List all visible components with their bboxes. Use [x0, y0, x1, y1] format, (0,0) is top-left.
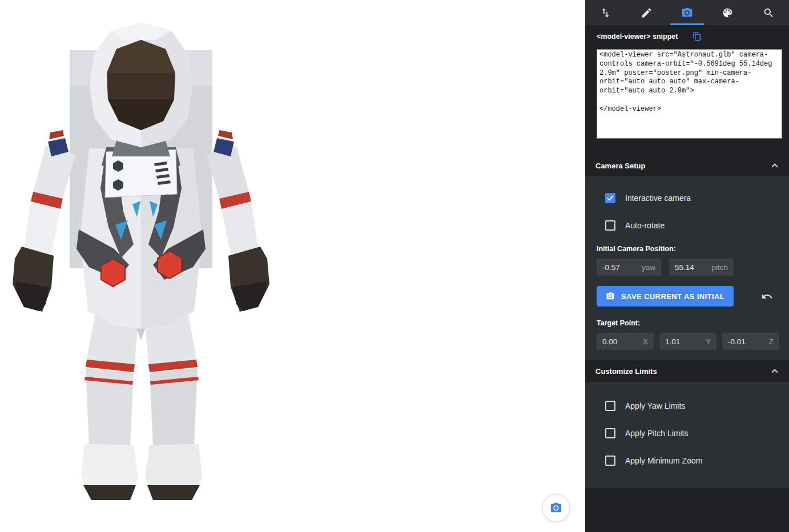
tab-import[interactable]: [585, 0, 626, 25]
collapse-customize-limits-button[interactable]: [768, 365, 781, 377]
yaw-field: yaw: [597, 259, 661, 276]
interactive-camera-checkbox[interactable]: [605, 193, 615, 203]
target-point-fields: X Y Z: [597, 333, 778, 350]
target-y-field: Y: [659, 333, 716, 350]
initial-camera-position-label: Initial Camera Position:: [597, 245, 778, 253]
target-z-suffix-label: Z: [769, 337, 774, 346]
tab-edit[interactable]: [626, 0, 666, 25]
camera-setup-header: Camera Setup: [585, 155, 789, 176]
yaw-input[interactable]: [602, 263, 638, 272]
tab-materials[interactable]: [707, 0, 748, 25]
palette-icon: [722, 7, 734, 19]
apply-pitch-limits-label: Apply Pitch Limits: [625, 429, 688, 438]
panel-toolbar: [585, 0, 789, 25]
camera-setup-title: Camera Setup: [595, 162, 645, 170]
apply-pitch-limits-checkbox[interactable]: [605, 428, 615, 438]
target-x-suffix-label: X: [643, 337, 648, 346]
auto-rotate-row[interactable]: Auto-rotate: [597, 212, 778, 239]
camera-icon: [606, 292, 615, 301]
target-y-suffix-label: Y: [706, 337, 711, 346]
yaw-suffix-label: yaw: [642, 263, 655, 272]
snippet-section: <model-viewer> snippet <model-viewer src…: [585, 25, 789, 139]
collapse-camera-setup-button[interactable]: [768, 159, 781, 172]
interactive-camera-row[interactable]: Interactive camera: [597, 184, 778, 212]
snippet-title: <model-viewer> snippet: [597, 33, 678, 41]
snippet-code-textarea[interactable]: <model-viewer src="Astronaut.glb" camera…: [597, 49, 782, 139]
pitch-field: pitch: [669, 259, 734, 276]
copy-icon: [693, 32, 702, 41]
pitch-input[interactable]: [675, 263, 708, 272]
undo-icon: [761, 291, 773, 303]
tab-camera[interactable]: [667, 0, 707, 25]
pitch-suffix-label: pitch: [711, 263, 728, 272]
camera-icon: [550, 502, 562, 514]
target-z-field: Z: [722, 333, 779, 350]
chevron-up-icon: [768, 365, 781, 377]
interactive-camera-label: Interactive camera: [625, 194, 691, 203]
customize-limits-title: Customize Limits: [595, 367, 657, 376]
search-icon: [763, 7, 775, 19]
camera-setup-body: Interactive camera Auto-rotate Initial C…: [585, 176, 789, 360]
apply-pitch-limits-row[interactable]: Apply Pitch Limits: [597, 420, 778, 447]
apply-yaw-limits-label: Apply Yaw Limits: [625, 401, 685, 410]
target-x-field: X: [597, 333, 654, 350]
target-point-label: Target Point:: [597, 319, 778, 327]
apply-yaw-limits-checkbox[interactable]: [605, 401, 615, 411]
apply-minimum-zoom-checkbox[interactable]: [605, 456, 615, 466]
chevron-up-icon: [768, 159, 781, 172]
pencil-icon: [641, 7, 653, 19]
customize-limits-header: Customize Limits: [585, 360, 789, 382]
copy-snippet-button[interactable]: [693, 32, 702, 41]
save-row: SAVE CURRENT AS INITIAL: [597, 286, 778, 307]
editor-panel: <model-viewer> snippet <model-viewer src…: [585, 0, 789, 532]
model-viewport[interactable]: [0, 0, 585, 532]
capture-poster-button[interactable]: [542, 494, 570, 522]
initial-position-fields: yaw pitch: [597, 259, 778, 276]
apply-yaw-limits-row[interactable]: Apply Yaw Limits: [597, 392, 778, 420]
camera-icon: [681, 7, 693, 19]
tab-inspector[interactable]: [748, 0, 789, 25]
save-button-label: SAVE CURRENT AS INITIAL: [621, 292, 724, 301]
revert-camera-button[interactable]: [761, 291, 773, 303]
target-y-input[interactable]: [665, 337, 702, 346]
target-z-input[interactable]: [728, 337, 766, 346]
save-current-as-initial-button[interactable]: SAVE CURRENT AS INITIAL: [597, 286, 734, 307]
swap-vertical-icon: [599, 7, 611, 19]
model-viewer-editor: <model-viewer> snippet <model-viewer src…: [0, 0, 789, 532]
auto-rotate-label: Auto-rotate: [625, 221, 665, 230]
auto-rotate-checkbox[interactable]: [605, 220, 615, 231]
target-x-input[interactable]: [602, 337, 639, 346]
apply-minimum-zoom-row[interactable]: Apply Minimum Zoom: [597, 447, 778, 474]
customize-limits-body: Apply Yaw Limits Apply Pitch Limits Appl…: [585, 382, 789, 488]
astronaut-model: [0, 0, 285, 514]
apply-minimum-zoom-label: Apply Minimum Zoom: [625, 456, 702, 465]
